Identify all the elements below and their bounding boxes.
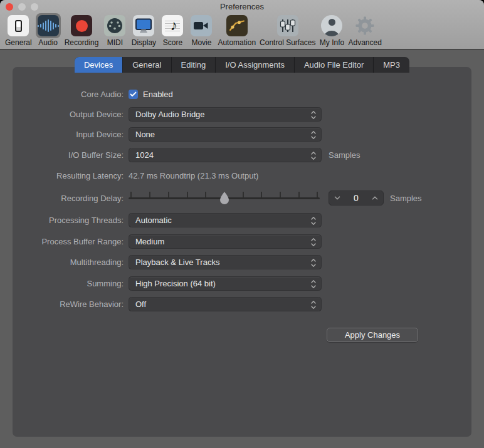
audio-tab-bar: Devices General Editing I/O Assignments … bbox=[75, 57, 409, 73]
toolbar-item-label: Audio bbox=[38, 38, 58, 47]
toolbar-item-label: General bbox=[5, 38, 32, 47]
core-audio-label: Core Audio: bbox=[13, 90, 124, 99]
toolbar-item-label: Display bbox=[132, 38, 156, 47]
tab-editing[interactable]: Editing bbox=[171, 57, 216, 73]
slider-tick bbox=[205, 192, 206, 197]
chevron-up-down-icon bbox=[310, 216, 317, 226]
titlebar: Preferences bbox=[0, 0, 484, 13]
toolbar-item-control-surfaces[interactable]: Control Surfaces bbox=[258, 13, 317, 47]
processing-threads-value: Automatic bbox=[135, 216, 172, 225]
slider-tick bbox=[280, 192, 281, 197]
input-device-label: Input Device: bbox=[13, 130, 124, 139]
toolbar-item-movie[interactable]: Movie bbox=[187, 13, 216, 47]
io-buffer-size-dropdown[interactable]: 1024 bbox=[129, 148, 322, 162]
processing-threads-label: Processing Threads: bbox=[13, 216, 124, 225]
zoom-button[interactable] bbox=[31, 3, 38, 11]
toolbar-item-label: Automation bbox=[218, 38, 256, 47]
io-buffer-size-label: I/O Buffer Size: bbox=[13, 150, 124, 160]
rewire-behavior-value: Off bbox=[135, 300, 146, 309]
toolbar: General Audio Recording bbox=[0, 13, 484, 47]
record-icon bbox=[71, 15, 92, 36]
chevron-up-icon bbox=[372, 196, 378, 200]
io-buffer-size-unit: Samples bbox=[329, 150, 360, 160]
slider-tick bbox=[298, 192, 300, 197]
toolbar-item-label: MIDI bbox=[107, 38, 123, 47]
slider-tick bbox=[168, 192, 169, 197]
toolbar-item-advanced[interactable]: Advanced bbox=[346, 13, 383, 47]
midi-connector-icon bbox=[104, 15, 125, 36]
toolbar-item-label: Movie bbox=[191, 38, 211, 47]
processing-threads-dropdown[interactable]: Automatic bbox=[129, 213, 322, 227]
devices-panel: Core Audio: Enabled Output Device: Dolby… bbox=[13, 67, 471, 437]
chevron-up-down-icon bbox=[310, 151, 317, 160]
input-device-value: None bbox=[135, 130, 155, 139]
output-device-value: Dolby Audio Bridge bbox=[135, 110, 205, 119]
process-buffer-range-value: Medium bbox=[135, 237, 164, 246]
toolbar-item-label: Score bbox=[163, 38, 182, 47]
preferences-window: Preferences General Audio Recording bbox=[0, 0, 484, 448]
slider-tick bbox=[317, 192, 318, 197]
chevron-down-icon bbox=[334, 196, 340, 200]
slider-tick bbox=[187, 192, 188, 197]
tab-general[interactable]: General bbox=[123, 57, 171, 73]
slider-tick bbox=[243, 192, 244, 197]
output-device-dropdown[interactable]: Dolby Audio Bridge bbox=[129, 107, 322, 122]
video-camera-icon bbox=[191, 15, 212, 36]
core-audio-checkbox[interactable] bbox=[129, 90, 138, 99]
audio-wave-icon bbox=[38, 15, 59, 36]
summing-label: Summing: bbox=[13, 279, 124, 288]
monitor-icon bbox=[133, 15, 154, 36]
chevron-up-down-icon bbox=[310, 279, 317, 289]
preferences-content: Devices General Editing I/O Assignments … bbox=[0, 50, 484, 448]
window-controls bbox=[6, 3, 38, 11]
stepper-increment-button[interactable] bbox=[367, 191, 383, 205]
recording-delay-stepper: 0 bbox=[329, 190, 384, 206]
recording-delay-label: Recording Delay: bbox=[13, 194, 124, 203]
chevron-up-down-icon bbox=[310, 130, 317, 140]
output-device-label: Output Device: bbox=[13, 110, 124, 119]
toolbar-item-label: Advanced bbox=[348, 38, 381, 47]
checkmark-icon bbox=[130, 91, 137, 97]
recording-delay-value: 0 bbox=[345, 193, 367, 203]
toolbar-item-display[interactable]: Display bbox=[129, 13, 158, 47]
chevron-up-down-icon bbox=[310, 237, 317, 247]
stepper-decrement-button[interactable] bbox=[329, 191, 345, 205]
input-device-dropdown[interactable]: None bbox=[129, 127, 322, 142]
tab-audio-file-editor[interactable]: Audio File Editor bbox=[295, 57, 374, 73]
core-audio-checkbox-label: Enabled bbox=[143, 90, 173, 99]
toolbar-item-automation[interactable]: Automation bbox=[216, 13, 258, 47]
toolbar-item-score[interactable]: ♪ Score bbox=[158, 13, 187, 47]
recording-delay-unit: Samples bbox=[390, 194, 422, 203]
chevron-up-down-icon bbox=[310, 300, 317, 310]
minimize-button[interactable] bbox=[18, 3, 26, 11]
toolbar-item-audio[interactable]: Audio bbox=[34, 13, 63, 47]
summing-dropdown[interactable]: High Precision (64 bit) bbox=[129, 276, 322, 291]
tab-io-assignments[interactable]: I/O Assignments bbox=[216, 57, 295, 73]
toolbar-item-midi[interactable]: MIDI bbox=[100, 13, 129, 47]
automation-curve-icon bbox=[226, 15, 248, 36]
slider-thumb[interactable] bbox=[219, 192, 229, 205]
multithreading-label: Multithreading: bbox=[13, 258, 124, 267]
window-title: Preferences bbox=[0, 0, 484, 13]
tab-mp3[interactable]: MP3 bbox=[374, 57, 409, 73]
toolbar-item-my-info[interactable]: My Info bbox=[317, 13, 346, 47]
close-button[interactable] bbox=[6, 3, 13, 11]
slider-tick bbox=[149, 192, 150, 197]
toolbar-item-recording[interactable]: Recording bbox=[63, 13, 101, 47]
process-buffer-range-label: Process Buffer Range: bbox=[13, 237, 124, 246]
toolbar-item-label: Recording bbox=[65, 38, 99, 47]
toolbar-item-label: Control Surfaces bbox=[260, 38, 315, 47]
apply-changes-button[interactable]: Apply Changes bbox=[327, 328, 418, 342]
rewire-behavior-dropdown[interactable]: Off bbox=[129, 297, 322, 311]
toolbar-item-general[interactable]: General bbox=[3, 13, 34, 47]
window-header: Preferences General Audio Recording bbox=[0, 0, 484, 49]
process-buffer-range-dropdown[interactable]: Medium bbox=[129, 234, 322, 249]
recording-delay-slider[interactable] bbox=[129, 190, 320, 206]
chevron-up-down-icon bbox=[310, 110, 317, 120]
rewire-behavior-label: ReWire Behavior: bbox=[13, 300, 124, 309]
slider-tick bbox=[261, 192, 262, 197]
tab-devices[interactable]: Devices bbox=[75, 57, 123, 73]
resulting-latency-value: 42.7 ms Roundtrip (21.3 ms Output) bbox=[129, 171, 258, 180]
multithreading-value: Playback & Live Tracks bbox=[135, 258, 219, 267]
multithreading-dropdown[interactable]: Playback & Live Tracks bbox=[129, 255, 322, 269]
